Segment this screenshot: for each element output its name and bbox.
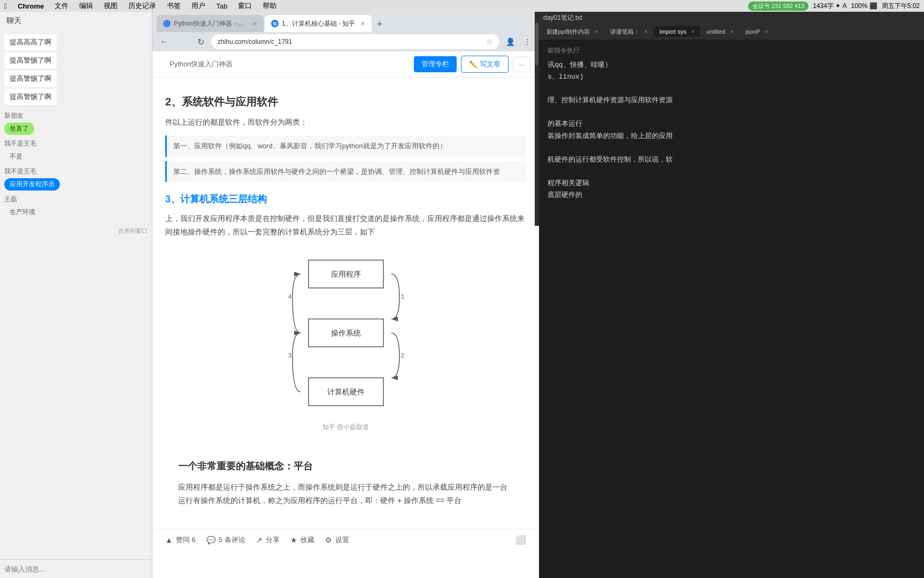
app-name-menu[interactable]: Chrome — [16, 2, 46, 10]
code-line-10 — [548, 166, 915, 178]
platform-heading: 一个非常重要的基础概念：平台 — [178, 458, 513, 475]
tab-2[interactable]: 知 1、计算机核心基础 - 知乎 × — [265, 15, 372, 32]
editor-tab-1[interactable]: 新建ppt制作内容 × — [541, 26, 604, 38]
menu-tab[interactable]: Tab — [214, 2, 229, 10]
share-button[interactable]: ↗ 分享 — [256, 535, 280, 545]
editor-tab-2-close[interactable]: × — [644, 28, 648, 35]
menu-user[interactable]: 用户 — [189, 1, 207, 11]
word-count: 1434字 ✦ A — [813, 2, 846, 11]
highlight-item1: 第一、应用软件（例如qq、word、暴风影音，我们学习python就是为了开发应… — [165, 135, 526, 156]
code-line-5 — [548, 107, 915, 118]
tab-2-label: 1、计算机核心基础 - 知乎 — [282, 19, 355, 28]
tab-bar: Python快速入门神器 - 知乎 × 知 1、计算机核心基础 - 知乎 × + — [152, 12, 539, 32]
code-line-11: 程序相关逻辑 — [548, 178, 915, 189]
menu-window[interactable]: 窗口 — [236, 1, 254, 11]
comment-button[interactable]: 💬 5 条评论 — [206, 535, 245, 545]
write-icon: ✏️ — [469, 60, 478, 69]
collect-label: 收藏 — [301, 535, 314, 545]
like-count: 赞同 6 — [176, 535, 196, 545]
diagram: 应用程序 操作系统 计算机硬件 1 — [165, 249, 526, 432]
scroll-to-bottom[interactable]: ⬜ — [515, 535, 526, 545]
section3-heading: 3、计算机系统三层结构 — [165, 193, 526, 206]
section2-intro: 件以上运行的都是软件，而软件分为两类： — [165, 116, 526, 129]
reload-button[interactable]: ↻ — [193, 34, 208, 49]
wechat-sidebar: 聊天 提高高高了啊 提高警惕了啊 提高警惕了啊 提高警惕了啊 新朋友 坐直了 我… — [0, 12, 152, 578]
more-button[interactable]: ⋮ — [520, 34, 535, 49]
address-bar[interactable]: zhihu.com/column/c_1791 ☆ — [211, 34, 499, 49]
nav-tag-2[interactable]: 不是 — [4, 150, 28, 163]
nav-tag-3[interactable]: 应用开发程序员 — [4, 178, 60, 191]
article-area: Python快速入门神器 管理专栏 ✏️ 写文章 ··· 2、系统软件与应用软件 — [152, 51, 539, 578]
editor-tab-5[interactable]: jsonP × — [740, 26, 774, 37]
code-line-1: 讯qq、快播、哇嗄） — [548, 59, 915, 71]
collect-icon: ★ — [290, 536, 297, 544]
comment-count: 5 条评论 — [219, 535, 245, 545]
code-line-9: 机硬件的运行都受软件控制，所以说，软 — [548, 154, 915, 166]
editor-tab-4[interactable]: untitled × — [701, 26, 739, 37]
settings-button[interactable]: ⚙ 设置 — [325, 535, 349, 545]
apple-icon[interactable]:  — [4, 2, 7, 10]
chat-action[interactable]: 合并到窗口 — [4, 227, 148, 235]
meeting-badge[interactable]: 会议号 231 582 413 — [748, 2, 808, 11]
menu-edit[interactable]: 编辑 — [77, 1, 95, 11]
manage-button[interactable]: 管理专栏 — [414, 56, 457, 72]
chat-bubble-4: 提高警惕了啊 — [4, 89, 57, 105]
article-toolbar: Python快速入门神器 管理专栏 ✏️ 写文章 ··· — [152, 51, 539, 78]
menu-bar:  Chrome 文件 编辑 视图 历史记录 书签 用户 Tab 窗口 帮助 会… — [0, 0, 924, 12]
account-button[interactable]: 👤 — [503, 34, 518, 49]
forward-button[interactable]: → — [175, 34, 190, 49]
svg-text:应用程序: 应用程序 — [331, 270, 361, 278]
code-line-7: 装操作封装成简单的功能，给上层的应用 — [548, 131, 915, 142]
nav-section-1: 新朋友 — [4, 111, 148, 120]
bookmark-icon[interactable]: ☆ — [486, 37, 493, 46]
more-button[interactable]: ··· — [513, 57, 530, 72]
section3-para1: 上，我们开发应用程序本质是在控制硬件，但是我们直接打交道的是操作系统，应用程序都… — [165, 212, 526, 239]
tab-1[interactable]: Python快速入门神器 - 知乎 × — [157, 15, 264, 32]
settings-icon: ⚙ — [325, 536, 332, 544]
menu-bookmarks[interactable]: 书签 — [165, 1, 183, 11]
editor-tabs: 新建ppt制作内容 × 讲课笔稿： × import sys × untitle… — [539, 24, 924, 40]
chat-input[interactable] — [4, 565, 148, 573]
like-icon: ▲ — [165, 536, 173, 544]
editor-section-title: 叙指令执行 — [548, 46, 915, 55]
like-button[interactable]: ▲ 赞同 6 — [165, 535, 196, 545]
page-content: Python快速入门神器 管理专栏 ✏️ 写文章 ··· 2、系统软件与应用软件 — [152, 51, 539, 578]
collect-button[interactable]: ★ 收藏 — [290, 535, 314, 545]
chat-bubble-2: 提高警惕了啊 — [4, 52, 57, 69]
editor-tab-5-close[interactable]: × — [765, 28, 768, 35]
editor-tab-3[interactable]: import sys × — [654, 26, 700, 37]
editor-titlebar: day01笔记.txt — [539, 12, 924, 24]
editor-scrollbar-thumb[interactable] — [535, 22, 538, 65]
tab-1-close[interactable]: × — [253, 19, 257, 28]
highlight-item2-text: 第二、操作系统，操作系统应用软件与硬件之间的一个桥梁，是协调、管理、控制计算机硬… — [173, 168, 500, 176]
article-body: 2、系统软件与应用软件 件以上运行的都是软件，而软件分为两类： 第一、应用软件（… — [152, 78, 539, 529]
code-line-4: 理、控制计算机硬件资源与应用软件资源 — [548, 95, 915, 107]
menu-file[interactable]: 文件 — [52, 1, 71, 11]
editor-tab-3-close[interactable]: × — [691, 28, 694, 35]
highlight-item2: 第二、操作系统，操作系统应用软件与硬件之间的一个桥梁，是协调、管理、控制计算机硬… — [165, 161, 526, 182]
diagram-source: 知乎 @小磊取道 — [322, 423, 369, 432]
code-line-8 — [548, 142, 915, 154]
tab-2-close[interactable]: × — [360, 19, 365, 28]
code-editor-panel: day01笔记.txt 新建ppt制作内容 × 讲课笔稿： × import s… — [539, 12, 924, 578]
editor-scrollbar[interactable] — [535, 12, 539, 226]
code-line-12: 底层硬件的 — [548, 189, 915, 201]
write-button[interactable]: ✏️ 写文章 — [461, 56, 509, 73]
battery: 100% ⬛ — [851, 2, 877, 10]
main-area: 聊天 提高高高了啊 提高警惕了啊 提高警惕了啊 提高警惕了啊 新朋友 坐直了 我… — [0, 12, 924, 578]
new-tab-button[interactable]: + — [373, 17, 387, 32]
nav-tag-4[interactable]: 生产环境 — [4, 206, 41, 218]
menu-view[interactable]: 视图 — [102, 1, 120, 11]
editor-tab-1-close[interactable]: × — [595, 28, 598, 35]
browser-chrome: Python快速入门神器 - 知乎 × 知 1、计算机核心基础 - 知乎 × +… — [152, 12, 539, 51]
editor-tab-2[interactable]: 讲课笔稿： × — [605, 26, 653, 38]
highlight-item1-text: 第一、应用软件（例如qq、word、暴风影音，我们学习python就是为了开发应… — [173, 142, 446, 150]
nav-tag-1[interactable]: 坐直了 — [4, 123, 34, 135]
settings-label: 设置 — [335, 535, 349, 545]
menu-help[interactable]: 帮助 — [260, 1, 279, 11]
code-line-3 — [548, 83, 915, 95]
zhihu-layout: Python快速入门神器 管理专栏 ✏️ 写文章 ··· 2、系统软件与应用软件 — [152, 51, 539, 578]
menu-history[interactable]: 历史记录 — [126, 1, 158, 11]
editor-tab-4-close[interactable]: × — [730, 28, 733, 35]
back-button[interactable]: ← — [157, 34, 172, 49]
